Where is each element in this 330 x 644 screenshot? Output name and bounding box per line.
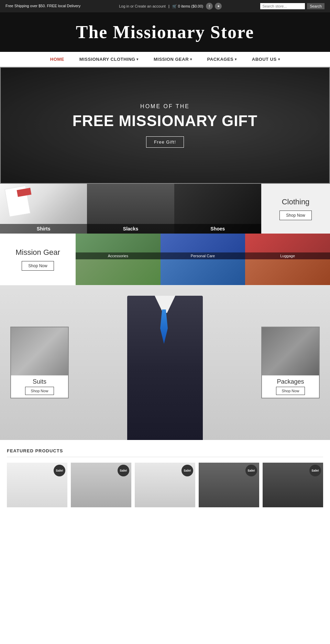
list-item[interactable]: Sale!: [263, 463, 323, 507]
slacks-tile[interactable]: Slacks: [87, 184, 174, 234]
clothing-shop-now-button[interactable]: Shop Now: [279, 211, 311, 220]
hero-subtitle: HOME OF THE: [73, 103, 257, 110]
clothing-grid: Shirts Slacks Shoes: [0, 184, 261, 234]
featured-products-title: FEATURED PRODUCTS: [7, 448, 323, 457]
books-tile[interactable]: [76, 259, 161, 285]
clothing-section: Shirts Slacks Shoes Clothing Shop Now: [0, 184, 330, 234]
list-item[interactable]: Sale!: [7, 463, 67, 507]
list-item[interactable]: Sale!: [135, 463, 195, 507]
mission-gear-shop-now-button[interactable]: Shop Now: [22, 261, 54, 271]
shipping-text: Free Shipping over $50. FREE local Deliv…: [6, 3, 80, 9]
nav-packages[interactable]: PACKAGES ▾: [200, 52, 244, 67]
clothing-promo-title: Clothing: [282, 197, 310, 206]
chevron-down-icon: ▾: [136, 57, 139, 61]
accessories-label: Accessories: [76, 252, 161, 259]
site-title: The Missionary Store: [6, 22, 324, 42]
search-area: Search: [260, 3, 324, 9]
shirts-tile[interactable]: Shirts: [0, 184, 87, 234]
luggage-label: Luggage: [245, 252, 330, 259]
suits-card: Suits Shop Now: [10, 327, 69, 398]
featured-products-section: FEATURED PRODUCTS Sale! Sale! Sale! Sale…: [0, 440, 330, 516]
hero-banner: HOME OF THE FREE MISSIONARY GIFT Free Gi…: [0, 67, 330, 184]
hero-title: FREE MISSIONARY GIFT: [73, 112, 257, 129]
backpack-image: [245, 259, 330, 285]
sale-badge: Sale!: [245, 465, 257, 476]
books-image: [76, 259, 161, 285]
main-nav: HOME MISSIONARY CLOTHING ▾ MISSION GEAR …: [0, 52, 330, 67]
instagram-icon[interactable]: ✦: [215, 3, 222, 10]
packages-label: Packages: [262, 375, 319, 387]
suit-tie: [160, 309, 168, 344]
sale-badge: Sale!: [309, 465, 321, 476]
center-suit-figure: [113, 285, 217, 440]
nav-about-us[interactable]: ABOUT US ▾: [244, 52, 287, 67]
slacks-label: Slacks: [87, 224, 174, 234]
packages-card: Packages Shop Now: [261, 327, 320, 398]
shoes-label: Shoes: [174, 224, 261, 234]
logo-area: The Missionary Store: [0, 12, 330, 52]
nav-mission-gear[interactable]: MISSION GEAR ▾: [146, 52, 200, 67]
list-item[interactable]: Sale!: [199, 463, 259, 507]
suit-silhouette: [127, 296, 203, 440]
shirts-label: Shirts: [0, 224, 87, 234]
clothing-promo: Clothing Shop Now: [261, 184, 330, 234]
search-button[interactable]: Search: [307, 3, 324, 9]
sale-badge: Sale!: [182, 465, 193, 476]
suits-packages-section: Suits Shop Now Packages Shop Now: [0, 285, 330, 440]
list-item[interactable]: Sale!: [71, 463, 131, 507]
chevron-down-icon: ▾: [235, 57, 237, 61]
account-cart-area: Log in or Create an account | 🛒 0 items …: [119, 3, 222, 10]
nav-home[interactable]: HOME: [43, 52, 72, 67]
suits-label: Suits: [11, 375, 68, 387]
facebook-icon[interactable]: f: [206, 3, 213, 10]
featured-grid: Sale! Sale! Sale! Sale! Sale!: [7, 463, 323, 507]
mission-gear-tiles: Accessories Personal Care Luggage: [76, 234, 330, 285]
mission-gear-promo: Mission Gear Shop Now: [0, 234, 76, 285]
chevron-down-icon: ▾: [278, 57, 280, 61]
cart-count[interactable]: 🛒 0 items ($0.00): [172, 4, 203, 9]
top-bar: Free Shipping over $50. FREE local Deliv…: [0, 0, 330, 12]
nav-missionary-clothing[interactable]: MISSIONARY CLOTHING ▾: [72, 52, 146, 67]
bag-tile[interactable]: [161, 259, 245, 285]
chevron-down-icon: ▾: [190, 57, 192, 61]
mission-gear-title: Mission Gear: [15, 248, 60, 257]
sale-badge: Sale!: [118, 465, 129, 476]
social-icons: f ✦: [206, 3, 222, 10]
suits-shop-now-button[interactable]: Shop Now: [25, 387, 54, 395]
mission-gear-section: Mission Gear Shop Now Accessories Person…: [0, 234, 330, 285]
backpack-tile[interactable]: [245, 259, 330, 285]
cart-icon[interactable]: |: [168, 4, 169, 8]
suits-photo: [11, 327, 68, 375]
personal-care-tile[interactable]: Personal Care: [161, 234, 245, 259]
sale-badge: Sale!: [54, 465, 65, 476]
login-link[interactable]: Log in or Create an account: [119, 4, 166, 8]
packages-photo: [262, 327, 319, 375]
packages-shop-now-button[interactable]: Shop Now: [276, 387, 305, 395]
personal-care-label: Personal Care: [161, 252, 245, 259]
luggage-tile[interactable]: Luggage: [245, 234, 330, 259]
free-gift-button[interactable]: Free Gift!: [146, 136, 184, 148]
hero-content: HOME OF THE FREE MISSIONARY GIFT Free Gi…: [73, 103, 257, 148]
accessories-tile[interactable]: Accessories: [76, 234, 161, 259]
shoes-tile[interactable]: Shoes: [174, 184, 261, 234]
search-input[interactable]: [260, 3, 305, 9]
bag-image: [161, 259, 245, 285]
